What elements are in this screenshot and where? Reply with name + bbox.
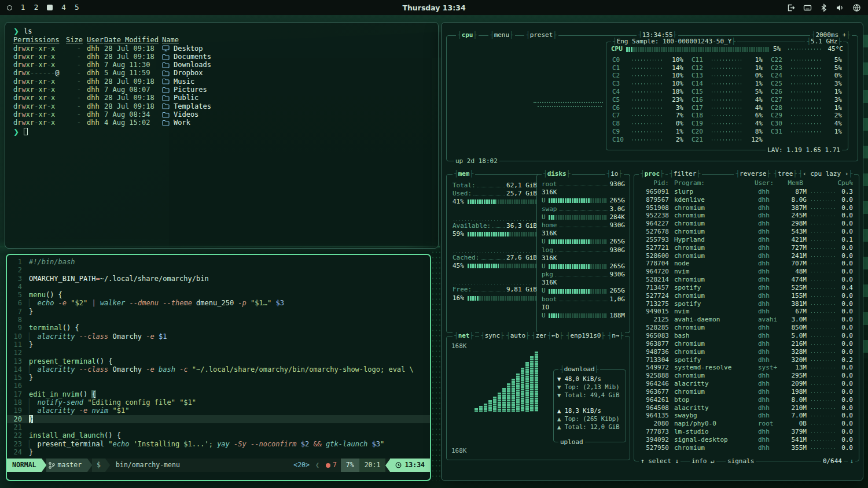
process-row[interactable]: 964261btopdhh8.0M0.0	[639, 396, 853, 404]
process-row[interactable]: 713275spotifydhh381M0.0	[639, 300, 853, 308]
process-row[interactable]: 2125avahi-daemonavahi3.0M0.0	[639, 316, 853, 324]
net-scale-top: 168K	[451, 342, 467, 350]
reverse-button[interactable]: reverse	[734, 170, 772, 178]
workspace-1[interactable]: 1	[21, 3, 25, 12]
process-row[interactable]: 713457spotifydhh525M0.4	[639, 284, 853, 292]
process-row[interactable]: 948736chromiumdhh328M0.0	[639, 348, 853, 356]
preset-button[interactable]: preset	[524, 31, 558, 39]
editor-line[interactable]: 21	[7, 423, 430, 431]
editor-line[interactable]: 17edit_in_nvim() {	[7, 390, 430, 398]
editor-line[interactable]: 4	[7, 283, 430, 291]
process-row[interactable]: 528600chromiumdhh241M0.0	[639, 252, 853, 260]
editor-line[interactable]: 2	[7, 266, 430, 274]
process-row[interactable]: 964720nvimdhh48M0.0	[639, 268, 853, 276]
editor-line[interactable]: 5menu() {	[7, 291, 430, 299]
sort-column-selector[interactable]: ‹ cpu lazy ›	[797, 170, 854, 178]
process-row[interactable]: 963877chromiumdhh216M0.0	[639, 340, 853, 348]
disk-used-meter: U284K	[542, 213, 625, 221]
logout-icon[interactable]	[786, 3, 795, 12]
process-row[interactable]: 527724chromiumdhh155M0.0	[639, 292, 853, 300]
disk-used-meter: U265G	[542, 238, 625, 246]
process-row[interactable]: 964508alacrittydhh210M0.0	[639, 404, 853, 412]
disk-free-value: 316K	[542, 230, 625, 238]
process-row[interactable]: 777873lm-studiodhh379M0.0	[639, 428, 853, 436]
editor-line[interactable]: 24}	[7, 448, 430, 456]
cpu-core: C311%	[771, 128, 842, 136]
tree-button[interactable]: tree	[772, 170, 799, 178]
editor-line[interactable]: 16	[7, 382, 430, 390]
editor-line[interactable]: 8	[7, 316, 430, 324]
process-row[interactable]: 394092signal-desktopdhh541M0.0	[639, 436, 853, 444]
file-row: drwx------@-dhh5 Aug 11:59Dropbox	[13, 69, 430, 77]
editor-line[interactable]: 1#!/bin/bash	[7, 258, 430, 266]
process-row[interactable]: 528285chromiumdhh850M0.0	[639, 324, 853, 332]
editor-line[interactable]: 9terminal() {	[7, 324, 430, 332]
workspace-5[interactable]: 5	[75, 3, 79, 12]
editor-line[interactable]: 19▏ alacritty -e nvim "$1"	[7, 406, 430, 415]
folder-icon	[162, 103, 170, 109]
editor-line[interactable]: 10▏ alacritty --class Omarchy -e $1	[7, 332, 430, 341]
process-row[interactable]: 949015nvimdhh67M0.0	[639, 308, 853, 316]
process-row[interactable]: 925888chromiumdhh295M0.0	[639, 372, 853, 380]
iface-prev-button[interactable]: ←b	[546, 332, 565, 340]
editor-line[interactable]: 20}	[7, 415, 430, 423]
editor-line[interactable]: 14▏ alacritty --class Omarchy -e bash -c…	[7, 365, 430, 374]
process-row[interactable]: 527678chromiumdhh543M0.0	[639, 228, 853, 236]
process-row[interactable]: 2080napi/phy0-0root0B0.0	[639, 420, 853, 428]
menu-button[interactable]: menu	[488, 31, 515, 39]
sync-button[interactable]: sync	[479, 332, 506, 340]
process-row[interactable]: 963677chromiumdhh198M0.0	[639, 388, 853, 396]
select-hint[interactable]: ↑ select ↓	[639, 457, 681, 465]
next-prompt[interactable]: ❯	[13, 128, 430, 136]
process-row[interactable]: 965083bashdhh5.0M0.0	[639, 332, 853, 340]
auto-button[interactable]: auto	[505, 332, 531, 340]
process-row[interactable]: 964246alacrittydhh209M0.0	[639, 380, 853, 388]
process-row[interactable]: 528214chromiumdhh474M0.0	[639, 276, 853, 284]
editor-line[interactable]: 13present_terminal() {	[7, 357, 430, 365]
editor-line[interactable]: 7}	[7, 308, 430, 316]
editor-line[interactable]: 15}	[7, 374, 430, 382]
display-icon[interactable]	[803, 3, 812, 12]
volume-icon[interactable]	[836, 3, 844, 12]
cpu-core: C281%	[771, 104, 842, 112]
filter-button[interactable]: filter	[668, 170, 702, 178]
disk-entry: swap3.0G	[542, 205, 625, 213]
folder-icon	[162, 112, 170, 118]
process-row[interactable]: 713304spotifydhh320M0.2	[639, 356, 853, 364]
editor-line[interactable]: 6▏ echo -e "$2" | walker --dmenu --theme…	[7, 299, 430, 307]
process-row[interactable]: 778704nodedhh707M0.0	[639, 260, 853, 268]
editor-line[interactable]: 22install_and_launch() {	[7, 431, 430, 439]
editor-line[interactable]: 18▏ notify-send "Editing config file" "$…	[7, 398, 430, 406]
io-mode-button[interactable]: io	[605, 170, 624, 178]
process-row[interactable]: 952238chromiumdhh245M0.0	[639, 212, 853, 220]
editor-statusline: NORMAL master $ bin/omarchy-menu <20> ❮ …	[7, 459, 430, 472]
signals-hint[interactable]: signals	[726, 457, 756, 465]
file-name: bin/omarchy-menu	[110, 459, 186, 472]
scroll-down-arrow[interactable]: ↓	[848, 457, 855, 465]
editor-line[interactable]: 23▏ present_terminal "echo 'Installing $…	[7, 440, 430, 448]
process-row[interactable]: 964227chromiumdhh298M0.0	[639, 220, 853, 228]
workspace-2[interactable]: 2	[34, 3, 39, 12]
network-globe-icon[interactable]	[852, 3, 861, 12]
cpu-history-graph	[534, 102, 603, 103]
cpu-box: cpu menu preset 13:34:55 2000ms + up 2d …	[446, 35, 858, 161]
editor-line[interactable]: 12	[7, 349, 430, 357]
bluetooth-icon[interactable]	[820, 3, 827, 12]
cpu-core-grid: C010%C114%C210%C310%C418%C523%C63%C77%C8…	[612, 56, 842, 144]
process-row[interactable]: 527950chromiumdhh355M0.0	[639, 444, 853, 452]
process-row[interactable]: 951908chromiumdhh387M0.0	[639, 204, 853, 212]
process-row[interactable]: 255793Hyprlanddhh421M0.1	[639, 236, 853, 244]
process-row[interactable]: 527721chromiumdhh727M0.0	[639, 244, 853, 252]
process-row[interactable]: 964135swaybgdhh7.0M0.0	[639, 412, 853, 420]
process-row[interactable]: 879567kdenlivedhh8.0G0.0	[639, 196, 853, 204]
process-row[interactable]: 965091slurpdhh87M0.3	[639, 188, 853, 196]
editor-line[interactable]: 3OMARCHY_BIN_PATH=~/.local/share/omarchy…	[7, 275, 430, 283]
disk-free-value: 316K	[542, 188, 625, 197]
workspace-4[interactable]: 4	[61, 3, 66, 12]
workspace-3[interactable]	[47, 5, 53, 10]
info-hint[interactable]: info ↵	[690, 457, 716, 465]
iface-next-button[interactable]: n→	[606, 332, 626, 340]
editor-line[interactable]: 11}	[7, 341, 430, 349]
process-row[interactable]: 549972systemd-resolvesyst+13M0.0	[639, 364, 853, 372]
workspace-app[interactable]	[7, 5, 12, 10]
